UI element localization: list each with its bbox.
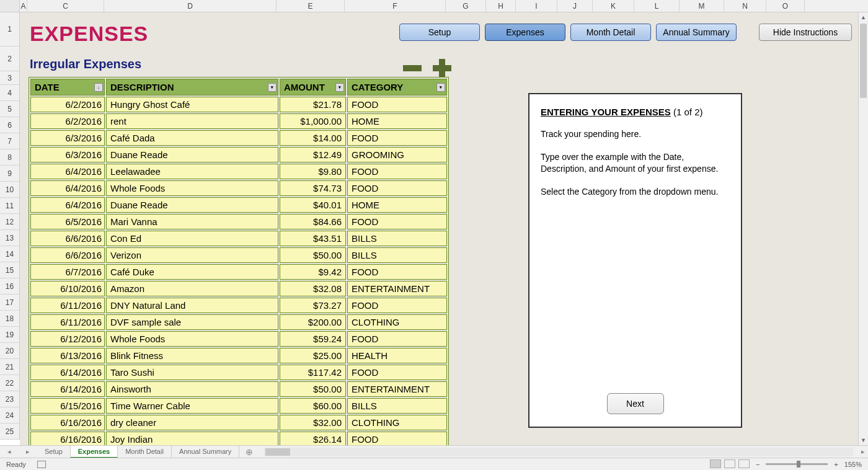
- cell-date[interactable]: 6/6/2016: [30, 247, 105, 263]
- row-header-12[interactable]: 12: [0, 214, 19, 230]
- sheet-tab-annual-summary[interactable]: Annual Summary: [172, 446, 239, 458]
- cell-desc[interactable]: Whole Foods: [106, 180, 278, 196]
- hscroll-right-icon[interactable]: ▸: [858, 448, 868, 456]
- cell-date[interactable]: 6/4/2016: [30, 180, 105, 196]
- cell-date[interactable]: 6/14/2016: [30, 365, 105, 380]
- cell-desc[interactable]: Whole Foods: [106, 331, 278, 347]
- cell-cat[interactable]: FOOD: [347, 298, 447, 313]
- cell-desc[interactable]: rent: [106, 113, 278, 129]
- horizontal-scrollbar[interactable]: [264, 448, 853, 456]
- filter-amount-icon[interactable]: ▾: [335, 83, 344, 92]
- cell-amt[interactable]: $25.00: [280, 348, 346, 363]
- cell-date[interactable]: 6/16/2016: [30, 415, 105, 430]
- header-amount[interactable]: AMOUNT▾: [280, 79, 346, 95]
- expenses-button[interactable]: Expenses: [485, 24, 565, 41]
- column-header-H[interactable]: H: [486, 0, 516, 12]
- row-header-4[interactable]: 4: [0, 85, 19, 101]
- vertical-scrollbar[interactable]: ▲ ▼: [858, 12, 868, 445]
- cell-date[interactable]: 6/7/2016: [30, 264, 105, 280]
- cell-cat[interactable]: FOOD: [347, 97, 447, 112]
- cell-desc[interactable]: Café Duke: [106, 264, 278, 280]
- row-header-11[interactable]: 11: [0, 198, 19, 214]
- annual-summary-button[interactable]: Annual Summary: [656, 24, 737, 41]
- header-category[interactable]: CATEGORY▾: [347, 79, 447, 95]
- row-header-2[interactable]: 2: [0, 47, 19, 71]
- cell-desc[interactable]: Hungry Ghost Café: [106, 97, 278, 112]
- column-header-K[interactable]: K: [593, 0, 634, 12]
- cell-cat[interactable]: FOOD: [347, 164, 447, 179]
- scroll-thumb[interactable]: [860, 24, 867, 98]
- cell-amt[interactable]: $43.51: [280, 231, 346, 246]
- cell-desc[interactable]: Duane Reade: [106, 147, 278, 162]
- row-header-16[interactable]: 16: [0, 278, 19, 295]
- cell-amt[interactable]: $21.78: [280, 97, 346, 112]
- filter-category-icon[interactable]: ▾: [436, 83, 445, 92]
- plus-icon[interactable]: [430, 58, 454, 78]
- cell-desc[interactable]: Duane Reade: [106, 197, 278, 213]
- row-header-23[interactable]: 23: [0, 391, 19, 407]
- cell-cat[interactable]: BILLS: [347, 247, 447, 263]
- row-header-6[interactable]: 6: [0, 117, 19, 133]
- page-layout-view-icon[interactable]: [724, 459, 735, 468]
- column-header-D[interactable]: D: [104, 0, 277, 12]
- hscroll-thumb[interactable]: [265, 448, 290, 456]
- cell-cat[interactable]: FOOD: [347, 264, 447, 280]
- cell-amt[interactable]: $50.00: [280, 381, 346, 397]
- cell-cat[interactable]: FOOD: [347, 180, 447, 196]
- sheet-tab-month-detail[interactable]: Month Detail: [118, 446, 172, 458]
- row-header-19[interactable]: 19: [0, 327, 19, 343]
- cell-amt[interactable]: $50.00: [280, 247, 346, 263]
- header-date[interactable]: DATE↓: [30, 79, 105, 95]
- scroll-down-icon[interactable]: ▼: [859, 435, 868, 445]
- cell-desc[interactable]: Con Ed: [106, 231, 278, 246]
- row-header-1[interactable]: 1: [0, 12, 19, 47]
- cell-desc[interactable]: Taro Sushi: [106, 365, 278, 380]
- cell-date[interactable]: 6/15/2016: [30, 398, 105, 414]
- column-header-J[interactable]: J: [557, 0, 593, 12]
- cell-amt[interactable]: $117.42: [280, 365, 346, 380]
- cell-amt[interactable]: $32.00: [280, 415, 346, 430]
- cell-date[interactable]: 6/2/2016: [30, 97, 105, 112]
- header-description[interactable]: DESCRIPTION▾: [106, 79, 278, 95]
- cell-cat[interactable]: CLOTHING: [347, 314, 447, 330]
- next-button[interactable]: Next: [607, 393, 664, 414]
- row-header-20[interactable]: 20: [0, 343, 19, 359]
- setup-button[interactable]: Setup: [399, 24, 480, 41]
- add-sheet-icon[interactable]: ⊕: [239, 447, 259, 457]
- cell-cat[interactable]: HOME: [347, 113, 447, 129]
- cell-desc[interactable]: Café Dada: [106, 130, 278, 146]
- cell-date[interactable]: 6/10/2016: [30, 281, 105, 296]
- cell-date[interactable]: 6/16/2016: [30, 432, 105, 445]
- cell-cat[interactable]: FOOD: [347, 331, 447, 347]
- cell-desc[interactable]: Ainsworth: [106, 381, 278, 397]
- row-header-25[interactable]: 25: [0, 423, 19, 440]
- column-header-E[interactable]: E: [277, 0, 345, 12]
- cell-desc[interactable]: dry cleaner: [106, 415, 278, 430]
- macro-record-icon[interactable]: [37, 461, 46, 468]
- cell-cat[interactable]: FOOD: [347, 432, 447, 445]
- zoom-slider[interactable]: [766, 463, 828, 465]
- cell-date[interactable]: 6/12/2016: [30, 331, 105, 347]
- cell-amt[interactable]: $59.24: [280, 331, 346, 347]
- cell-cat[interactable]: ENTERTAINMENT: [347, 281, 447, 296]
- cell-cat[interactable]: GROOMING: [347, 147, 447, 162]
- zoom-in-icon[interactable]: +: [834, 461, 838, 468]
- tab-nav-arrows[interactable]: ◂▸: [0, 448, 37, 456]
- cell-cat[interactable]: FOOD: [347, 365, 447, 380]
- cell-date[interactable]: 6/14/2016: [30, 381, 105, 397]
- cell-cat[interactable]: BILLS: [347, 398, 447, 414]
- cell-cat[interactable]: BILLS: [347, 231, 447, 246]
- sheet-tab-expenses[interactable]: Expenses: [71, 446, 118, 458]
- row-header-21[interactable]: 21: [0, 359, 19, 375]
- cell-desc[interactable]: Amazon: [106, 281, 278, 296]
- minus-icon[interactable]: [401, 58, 424, 78]
- row-header-13[interactable]: 13: [0, 230, 19, 246]
- column-header-N[interactable]: N: [724, 0, 766, 12]
- sheet-tab-setup[interactable]: Setup: [37, 446, 71, 458]
- column-header-L[interactable]: L: [634, 0, 680, 12]
- cell-amt[interactable]: $84.66: [280, 214, 346, 229]
- page-break-view-icon[interactable]: [738, 459, 750, 468]
- cell-amt[interactable]: $32.08: [280, 281, 346, 296]
- row-header-14[interactable]: 14: [0, 246, 19, 262]
- cell-amt[interactable]: $73.27: [280, 298, 346, 313]
